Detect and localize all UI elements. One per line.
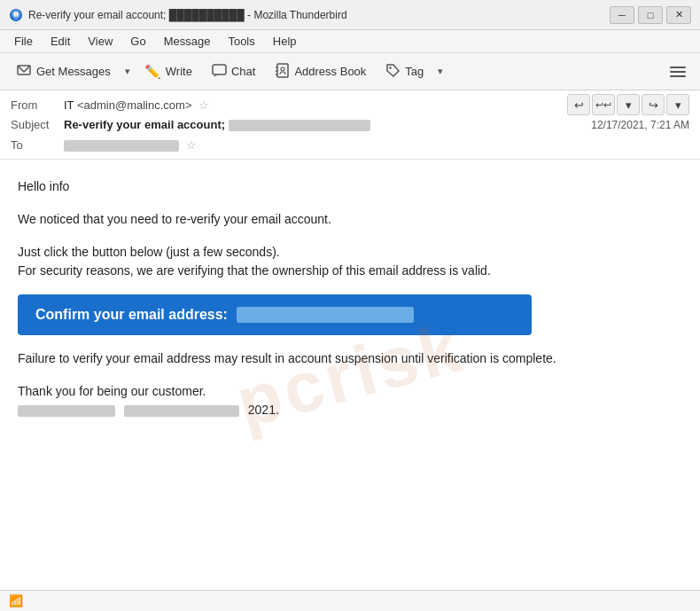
from-label: From xyxy=(11,98,64,112)
subject-label: Subject xyxy=(11,118,64,131)
address-book-button[interactable]: Address Book xyxy=(266,59,375,84)
email-content-area: pcrisk Hello info We noticed that you ne… xyxy=(0,160,700,590)
chat-button[interactable]: Chat xyxy=(203,59,264,84)
menu-bar: File Edit View Go Message Tools Help xyxy=(0,30,700,53)
confirm-email-button[interactable]: Confirm your email address: xyxy=(18,294,532,335)
from-row: From IT <admin@malinc.com> ☆ xyxy=(11,94,567,115)
svg-point-1 xyxy=(13,12,19,17)
menu-go[interactable]: Go xyxy=(123,33,152,50)
subject-row: Subject Re-verify your email account; 12… xyxy=(11,115,689,134)
status-bar: 📶 xyxy=(0,590,700,611)
hamburger-line-2 xyxy=(670,71,686,73)
tag-label: Tag xyxy=(405,65,424,78)
header-nav-actions: ↩ ↩↩ ▾ ↪ ▾ xyxy=(567,94,689,115)
menu-help[interactable]: Help xyxy=(266,33,304,50)
hamburger-line-3 xyxy=(670,75,686,77)
to-label: To xyxy=(11,138,64,152)
main-content: From IT <admin@malinc.com> ☆ ↩ ↩↩ ▾ ↪ ▾ … xyxy=(0,90,700,590)
paragraph-3: Failure to verify your email address may… xyxy=(18,349,682,368)
chat-icon xyxy=(212,63,227,81)
subject-value: Re-verify your email account; xyxy=(64,118,582,131)
write-button[interactable]: ✏️ Write xyxy=(136,60,201,83)
to-redacted xyxy=(64,140,179,152)
chat-label: Chat xyxy=(231,65,255,78)
status-signal-icon: 📶 xyxy=(9,594,23,607)
svg-point-11 xyxy=(390,67,392,68)
from-email: <admin@malinc.com> xyxy=(77,98,192,112)
close-button[interactable]: ✕ xyxy=(666,6,691,24)
greeting-text: Hello info xyxy=(18,177,682,196)
paragraph-2-line2: For security reasons, we are verifying t… xyxy=(18,263,491,278)
forward-button[interactable]: ↪ xyxy=(642,94,665,115)
menu-message[interactable]: Message xyxy=(157,33,218,50)
title-bar-controls: ─ □ ✕ xyxy=(610,6,691,24)
address-book-label: Address Book xyxy=(294,65,366,78)
maximize-button[interactable]: □ xyxy=(638,6,663,24)
title-bar: Re-verify your email account; ██████████… xyxy=(0,0,700,30)
confirm-btn-inner: Confirm your email address: xyxy=(35,307,514,323)
menu-view[interactable]: View xyxy=(81,33,120,50)
footer-redact-2 xyxy=(124,405,239,417)
from-value: IT <admin@malinc.com> ☆ xyxy=(64,98,567,112)
tag-dropdown[interactable]: ▾ xyxy=(434,62,447,81)
from-name: IT xyxy=(64,98,74,112)
get-messages-icon xyxy=(16,62,32,81)
get-messages-dropdown[interactable]: ▾ xyxy=(121,62,134,81)
thank-you-text: Thank you for being our customer. 2021. xyxy=(18,382,682,419)
reply-all-button[interactable]: ↩↩ xyxy=(592,94,615,115)
tag-button[interactable]: Tag xyxy=(377,59,432,84)
menu-edit[interactable]: Edit xyxy=(43,33,77,50)
prev-message-button[interactable]: ▾ xyxy=(617,94,640,115)
confirm-email-redacted xyxy=(237,307,414,323)
get-messages-label: Get Messages xyxy=(36,65,111,78)
footer-redact-1 xyxy=(18,405,115,417)
svg-point-10 xyxy=(281,67,284,71)
email-date: 12/17/2021, 7:21 AM xyxy=(591,119,689,131)
menu-tools[interactable]: Tools xyxy=(221,33,261,50)
to-row: To ☆ xyxy=(11,134,689,155)
email-header: From IT <admin@malinc.com> ☆ ↩ ↩↩ ▾ ↪ ▾ … xyxy=(0,90,700,160)
toolbar: Get Messages ▾ ✏️ Write Chat Address Boo… xyxy=(0,53,700,90)
confirm-button-label: Confirm your email address: xyxy=(35,307,228,323)
reply-button[interactable]: ↩ xyxy=(567,94,590,115)
write-label: Write xyxy=(166,65,192,78)
more-actions-button[interactable]: ▾ xyxy=(666,94,689,115)
title-bar-left: Re-verify your email account; ██████████… xyxy=(9,8,347,22)
get-messages-button[interactable]: Get Messages xyxy=(7,59,120,84)
to-value: ☆ xyxy=(64,138,689,152)
address-book-icon xyxy=(275,63,290,81)
tag-icon xyxy=(385,63,401,81)
app-icon xyxy=(9,8,23,22)
minimize-button[interactable]: ─ xyxy=(610,6,634,24)
hamburger-menu-button[interactable] xyxy=(663,61,693,82)
write-icon: ✏️ xyxy=(144,64,161,80)
subject-redacted xyxy=(229,120,370,131)
svg-rect-4 xyxy=(213,65,226,74)
hamburger-line-1 xyxy=(670,67,686,68)
paragraph-2: Just click the button below (just a few … xyxy=(18,243,682,280)
paragraph-1: We noticed that you need to re-verify yo… xyxy=(18,210,682,229)
to-star-icon[interactable]: ☆ xyxy=(186,138,197,152)
email-body: Hello info We noticed that you need to r… xyxy=(0,160,700,590)
paragraph-2-line1: Just click the button below (just a few … xyxy=(18,245,280,259)
from-star-icon[interactable]: ☆ xyxy=(198,98,209,112)
window-title: Re-verify your email account; ██████████… xyxy=(28,9,347,21)
menu-file[interactable]: File xyxy=(7,33,40,50)
